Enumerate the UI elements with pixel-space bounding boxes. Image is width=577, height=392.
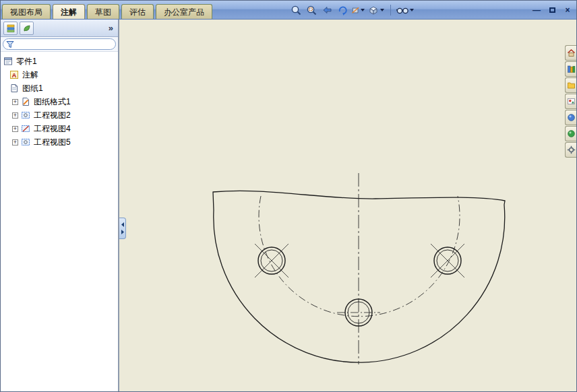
expand-plus-icon[interactable]: + bbox=[12, 139, 18, 145]
home-icon bbox=[567, 48, 576, 57]
drawing-view-icon bbox=[21, 137, 31, 147]
filter-row bbox=[1, 37, 118, 52]
filter-funnel-icon bbox=[6, 40, 14, 48]
custom-properties-button[interactable] bbox=[565, 142, 576, 158]
ribbon-bar: 视图布局 注解 草图 评估 办公室产品 bbox=[1, 1, 576, 20]
tab-office-products[interactable]: 办公室产品 bbox=[156, 4, 212, 19]
tree-item-sheet-format[interactable]: + 图纸格式1 bbox=[1, 95, 118, 108]
collapse-left-arrow-icon bbox=[120, 222, 125, 228]
rotate-arrows-icon bbox=[337, 5, 348, 16]
heads-up-toolbar bbox=[289, 3, 415, 18]
sheet-icon bbox=[9, 84, 20, 93]
property-manager-tab-button[interactable] bbox=[20, 22, 34, 35]
rotate-view-button[interactable] bbox=[336, 3, 349, 18]
zoom-area-button[interactable] bbox=[305, 3, 318, 18]
drawing-view-section-icon bbox=[21, 124, 31, 133]
tab-sketch[interactable]: 草图 bbox=[87, 4, 119, 19]
tree-item-drawing-view4[interactable]: + 工程视图4 bbox=[1, 122, 118, 135]
tree-item-part[interactable]: 零件1 bbox=[1, 55, 118, 68]
design-library-button[interactable] bbox=[565, 61, 576, 77]
tree-item-label: 图纸格式1 bbox=[34, 96, 71, 108]
blue-sphere-icon bbox=[567, 113, 576, 122]
tree-item-label: 注解 bbox=[22, 69, 38, 81]
dropdown-caret-icon bbox=[410, 9, 414, 11]
filter-box bbox=[3, 38, 116, 50]
file-explorer-button[interactable] bbox=[565, 77, 576, 93]
close-button[interactable]: × bbox=[563, 5, 572, 15]
panel-header: » bbox=[1, 20, 118, 37]
tab-evaluate[interactable]: 评估 bbox=[121, 4, 154, 19]
drawing-view-icon bbox=[21, 110, 31, 120]
gear-icon bbox=[567, 145, 576, 154]
tree-item-drawing-view5[interactable]: + 工程视图5 bbox=[1, 135, 118, 149]
view-palette-icon bbox=[567, 97, 576, 106]
sheet-format-icon bbox=[21, 97, 31, 106]
previous-view-button[interactable] bbox=[320, 3, 334, 18]
tree-filter-input[interactable] bbox=[16, 40, 113, 48]
maximize-icon bbox=[549, 7, 555, 13]
expand-plus-icon[interactable]: + bbox=[12, 99, 18, 105]
ribbon-tabs: 视图布局 注解 草图 评估 办公室产品 bbox=[2, 4, 212, 19]
feature-tree-icon bbox=[6, 24, 16, 33]
section-view-icon bbox=[351, 5, 360, 16]
maximize-button[interactable] bbox=[547, 5, 557, 15]
tree-item-label: 工程视图4 bbox=[34, 123, 71, 135]
hole-right[interactable] bbox=[431, 244, 464, 277]
plate-outline bbox=[213, 191, 505, 362]
tree-item-sheet[interactable]: 图纸1 bbox=[1, 81, 118, 95]
expand-plus-icon[interactable]: + bbox=[12, 126, 18, 132]
tree-item-label: 工程视图5 bbox=[34, 137, 71, 148]
toolbar-separator bbox=[390, 5, 391, 15]
feature-manager-tab-button[interactable] bbox=[3, 22, 18, 35]
display-style-button[interactable] bbox=[396, 3, 415, 18]
view-cube-icon bbox=[368, 5, 379, 16]
bolt-circle-centerline bbox=[259, 196, 460, 317]
collapse-right-arrow-icon bbox=[120, 229, 125, 235]
drawing-view-semicircular-plate[interactable] bbox=[213, 173, 505, 364]
solidworks-window: 视图布局 注解 草图 评估 办公室产品 bbox=[0, 0, 577, 392]
feature-tree: 零件1 A 注解 bbox=[1, 52, 118, 392]
svg-text:A: A bbox=[12, 71, 17, 79]
tree-item-label: 零件1 bbox=[16, 56, 37, 67]
hole-left[interactable] bbox=[255, 244, 288, 277]
view-orientation-button[interactable] bbox=[367, 3, 386, 18]
tree-item-label: 工程视图2 bbox=[34, 110, 71, 121]
library-books-icon bbox=[567, 65, 576, 73]
dropdown-caret-icon bbox=[380, 9, 384, 11]
appearances-button[interactable] bbox=[565, 110, 576, 125]
graphics-area[interactable] bbox=[119, 20, 576, 392]
magnifier-icon bbox=[291, 5, 302, 16]
feature-manager-panel: » bbox=[1, 20, 119, 392]
window-controls: — × bbox=[532, 5, 572, 15]
previous-view-arrow-icon bbox=[322, 5, 333, 16]
tree-item-annotations[interactable]: A 注解 bbox=[1, 68, 118, 81]
panel-expand-chevron[interactable]: » bbox=[107, 23, 115, 33]
dropdown-caret-icon bbox=[361, 9, 365, 11]
minimize-button[interactable]: — bbox=[532, 5, 541, 15]
solidworks-resources-button[interactable] bbox=[565, 45, 576, 61]
task-pane-strip bbox=[565, 45, 576, 158]
expand-plus-icon[interactable]: + bbox=[12, 112, 18, 119]
view-palette-button[interactable] bbox=[565, 94, 576, 109]
leaf-icon bbox=[22, 24, 32, 33]
part-document-icon bbox=[3, 57, 13, 66]
green-sphere-icon bbox=[567, 129, 576, 138]
panel-collapse-handle[interactable] bbox=[119, 218, 126, 239]
tab-annotation[interactable]: 注解 bbox=[53, 4, 85, 19]
drawing-sheet[interactable] bbox=[119, 20, 576, 392]
scenes-button[interactable] bbox=[565, 126, 576, 141]
folder-icon bbox=[567, 81, 576, 90]
section-view-button[interactable] bbox=[351, 3, 365, 18]
magnifier-area-icon bbox=[306, 5, 317, 16]
annotations-icon: A bbox=[9, 70, 20, 79]
tree-item-label: 图纸1 bbox=[22, 83, 43, 94]
tree-item-drawing-view2[interactable]: + 工程视图2 bbox=[1, 108, 118, 122]
tab-view-layout[interactable]: 视图布局 bbox=[2, 4, 51, 19]
glasses-icon bbox=[396, 5, 409, 15]
zoom-fit-button[interactable] bbox=[289, 3, 303, 18]
main-content: » bbox=[1, 20, 576, 392]
